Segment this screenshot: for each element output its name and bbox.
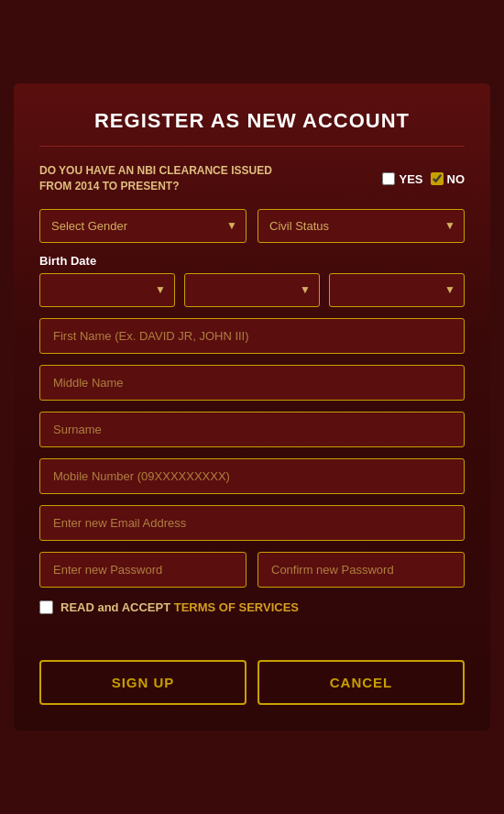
password-input[interactable]: [39, 552, 247, 588]
page-title: REGISTER AS NEW ACCOUNT: [39, 109, 465, 133]
signup-button[interactable]: SIGN UP: [39, 660, 247, 705]
yes-option[interactable]: YES: [382, 172, 422, 186]
birth-day-select[interactable]: for(let i=1;i<=31;i++) document.write(`<…: [184, 273, 320, 307]
terms-link[interactable]: TERMS OF SERVICES: [174, 600, 299, 614]
gender-wrapper: Select Gender Male Female ▼: [39, 209, 247, 243]
nbi-options: YES NO: [382, 172, 465, 186]
terms-row: READ and ACCEPT TERMS OF SERVICES: [39, 600, 465, 614]
civil-status-select[interactable]: Civil Status Single Married Widowed Sepa…: [257, 209, 465, 243]
first-name-input[interactable]: [39, 318, 465, 354]
nbi-clearance-row: DO YOU HAVE AN NBI CLEARANCE ISSUED FROM…: [39, 163, 465, 194]
password-row: [39, 552, 465, 588]
gender-civil-row: Select Gender Male Female ▼ Civil Status…: [39, 209, 465, 243]
title-divider: [39, 146, 465, 147]
yes-checkbox[interactable]: [382, 172, 395, 185]
terms-text: READ and ACCEPT TERMS OF SERVICES: [60, 600, 299, 614]
gender-select[interactable]: Select Gender Male Female: [39, 209, 247, 243]
birth-year-select[interactable]: for(let y=2024;y>=1920;y--) document.wri…: [329, 273, 465, 307]
birth-date-row: JanuaryFebruaryMarch AprilMayJune JulyAu…: [39, 273, 465, 307]
confirm-password-input[interactable]: [257, 552, 465, 588]
email-input[interactable]: [39, 505, 465, 541]
yes-label: YES: [399, 172, 422, 186]
no-label: NO: [447, 172, 466, 186]
mobile-input[interactable]: [39, 458, 465, 494]
month-wrapper: JanuaryFebruaryMarch AprilMayJune JulyAu…: [39, 273, 175, 307]
nbi-question-text: DO YOU HAVE AN NBI CLEARANCE ISSUED FROM…: [39, 163, 278, 194]
birth-date-label: Birth Date: [39, 254, 465, 268]
year-wrapper: for(let y=2024;y>=1920;y--) document.wri…: [329, 273, 465, 307]
button-row: SIGN UP CANCEL: [39, 660, 465, 705]
cancel-button[interactable]: CANCEL: [257, 660, 465, 705]
middle-name-input[interactable]: [39, 365, 465, 401]
civil-status-wrapper: Civil Status Single Married Widowed Sepa…: [257, 209, 465, 243]
birth-month-select[interactable]: JanuaryFebruaryMarch AprilMayJune JulyAu…: [39, 273, 175, 307]
terms-checkbox[interactable]: [39, 600, 53, 614]
no-option[interactable]: NO: [431, 172, 466, 186]
register-form: REGISTER AS NEW ACCOUNT DO YOU HAVE AN N…: [14, 83, 490, 731]
day-wrapper: for(let i=1;i<=31;i++) document.write(`<…: [184, 273, 320, 307]
surname-input[interactable]: [39, 412, 465, 447]
no-checkbox[interactable]: [431, 172, 444, 185]
